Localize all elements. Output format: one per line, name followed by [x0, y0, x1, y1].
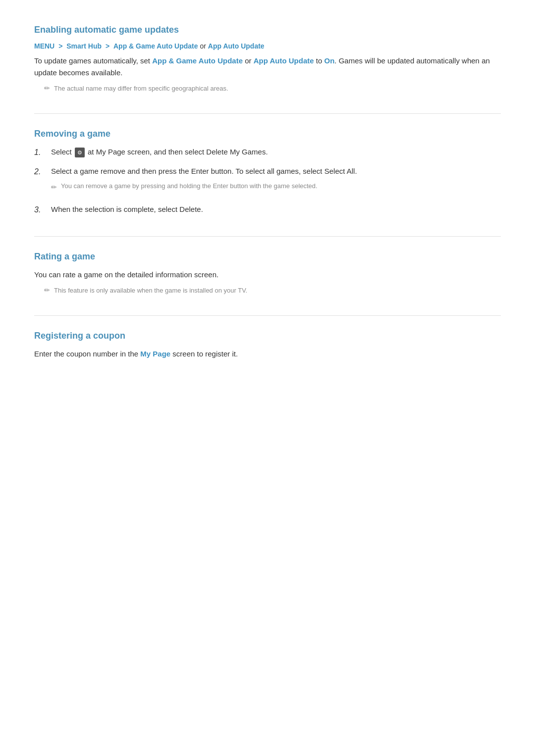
gear-icon: ⚙ [75, 148, 85, 157]
app-game-auto-update-link[interactable]: App & Game Auto Update [113, 42, 198, 50]
step-1-text-middle: at [86, 148, 96, 156]
auto-update-section: Enabling automatic game updates MENU > S… [34, 25, 501, 94]
step-2-content: Select a game remove and then press the … [51, 165, 501, 197]
step-2-num: 2. [34, 165, 43, 178]
body-text-middle: or [243, 56, 254, 65]
step-2: 2. Select a game remove and then press t… [34, 165, 501, 197]
coupon-text-before: Enter the coupon number in the [34, 350, 140, 358]
removing-section: Removing a game 1. Select ⚙ at My Page s… [34, 129, 501, 217]
rating-note-text: This feature is only available when the … [54, 286, 247, 296]
step-3: 3. When the selection is complete, selec… [34, 203, 501, 216]
delete-my-games-link[interactable]: Delete My Games [206, 148, 266, 156]
on-link: On [324, 56, 334, 65]
note-text: The actual name may differ from specific… [54, 84, 228, 94]
step-3-num: 3. [34, 203, 43, 216]
step-1-text-after: screen, and then select [125, 148, 206, 156]
rating-note: ✏ This feature is only available when th… [44, 286, 501, 296]
removing-steps: 1. Select ⚙ at My Page screen, and then … [34, 146, 501, 217]
step-2-text-end: . [355, 167, 357, 175]
breadcrumb: MENU > Smart Hub > App & Game Auto Updat… [34, 42, 501, 50]
step-1-content: Select ⚙ at My Page screen, and then sel… [51, 146, 501, 158]
note-icon-3: ✏ [44, 286, 50, 294]
app-auto-update-link[interactable]: App Auto Update [208, 42, 265, 50]
auto-update-body: To update games automatically, set App &… [34, 55, 501, 79]
smart-hub-link[interactable]: Smart Hub [66, 42, 102, 50]
or-text: or [200, 42, 208, 50]
rating-body: You can rate a game on the detailed info… [34, 269, 501, 281]
step-3-content: When the selection is complete, select D… [51, 203, 501, 215]
note-icon: ✏ [44, 84, 50, 92]
coupon-title: Registering a coupon [34, 331, 501, 341]
step-2-text-before: Select a game remove and then press the … [51, 167, 324, 175]
note-icon-2: ✏ [51, 182, 57, 193]
body-link1[interactable]: App & Game Auto Update [152, 56, 243, 65]
step-1-text-before: Select [51, 148, 74, 156]
step-1-text-end: . [266, 148, 268, 156]
step-2-note: ✏ You can remove a game by pressing and … [51, 181, 501, 193]
auto-update-note: ✏ The actual name may differ from specif… [44, 84, 501, 94]
step-3-text-before: When the selection is complete, select [51, 205, 179, 213]
arrow-2: > [106, 42, 109, 50]
coupon-body: Enter the coupon number in the My Page s… [34, 348, 501, 360]
rating-section: Rating a game You can rate a game on the… [34, 252, 501, 296]
my-page-link-2[interactable]: My Page [140, 350, 170, 358]
step-1: 1. Select ⚙ at My Page screen, and then … [34, 146, 501, 159]
delete-link[interactable]: Delete [179, 205, 201, 213]
divider-2 [34, 236, 501, 237]
auto-update-title: Enabling automatic game updates [34, 25, 501, 35]
my-page-link-1[interactable]: My Page [96, 148, 125, 156]
coupon-section: Registering a coupon Enter the coupon nu… [34, 331, 501, 360]
body-text-after: to [314, 56, 324, 65]
divider-3 [34, 315, 501, 316]
body-link2[interactable]: App Auto Update [254, 56, 314, 65]
menu-link[interactable]: MENU [34, 42, 54, 50]
coupon-text-after: screen to register it. [170, 350, 238, 358]
body-text-before: To update games automatically, set [34, 56, 152, 65]
rating-title: Rating a game [34, 252, 501, 262]
arrow-1: > [58, 42, 62, 50]
step-3-text-end: . [201, 205, 203, 213]
step-2-note-text: You can remove a game by pressing and ho… [61, 181, 318, 191]
select-all-link[interactable]: Select All [324, 167, 355, 175]
removing-title: Removing a game [34, 129, 501, 139]
divider-1 [34, 113, 501, 114]
step-1-num: 1. [34, 146, 43, 159]
